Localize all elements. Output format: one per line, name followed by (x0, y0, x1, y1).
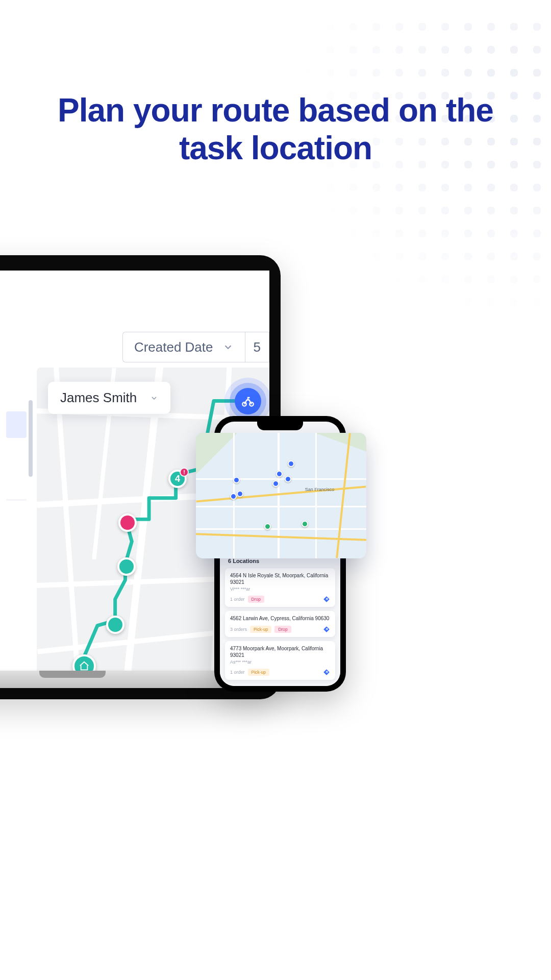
phone-notch (257, 421, 303, 430)
location-card[interactable]: 4564 N Isle Royale St, Moorpark, Califor… (225, 568, 335, 607)
date-filter-select[interactable]: Created Date (122, 332, 245, 362)
location-masked-name: As*** ***ar (230, 659, 330, 665)
courier-marker[interactable] (235, 388, 261, 414)
location-masked-name: Vi*** ***ar (230, 586, 330, 592)
sidebar-selected-row[interactable] (6, 411, 27, 438)
route-point-alert[interactable] (118, 513, 137, 532)
floating-map-card[interactable]: San Francisco (196, 433, 366, 558)
date-filter-count[interactable]: 5 (245, 332, 269, 362)
map-city-label: San Francisco (305, 487, 335, 492)
location-orders: 3 orders (230, 627, 247, 632)
home-icon (79, 660, 90, 672)
location-card[interactable]: 4773 Moorpark Ave, Moorpark, California … (225, 641, 335, 680)
date-filter-label: Created Date (134, 339, 213, 355)
location-address: 4562 Larwin Ave, Cypress, California 906… (230, 615, 330, 622)
location-address: 4773 Moorpark Ave, Moorpark, California … (230, 645, 330, 658)
decorative-dots (296, 15, 551, 322)
route-point[interactable] (117, 557, 136, 576)
locations-list[interactable]: 6 Locations 4564 N Isle Royale St, Moorp… (220, 552, 340, 686)
page-headline: Plan your route based on the task locati… (28, 92, 523, 167)
location-orders: 1 order (230, 597, 245, 602)
sidebar-scrollbar[interactable] (29, 400, 33, 477)
chevron-down-icon (150, 394, 158, 402)
route-point[interactable] (106, 616, 124, 634)
directions-icon[interactable] (323, 626, 330, 633)
alert-badge-icon: ! (180, 468, 189, 477)
map-pin[interactable] (230, 493, 237, 500)
driver-select[interactable]: James Smith (48, 382, 170, 414)
map-pin[interactable] (276, 471, 283, 477)
location-orders: 1 order (230, 670, 245, 675)
location-address: 4564 N Isle Royale St, Moorpark, Califor… (230, 572, 330, 585)
tag-pickup: Pick-up (248, 669, 269, 676)
route-point-numbered[interactable]: 4 ! (168, 470, 187, 488)
driver-name: James Smith (60, 390, 137, 406)
tag-pickup: Pick-up (250, 626, 271, 633)
chevron-down-icon (222, 341, 234, 353)
location-card[interactable]: 4562 Larwin Ave, Cypress, California 906… (225, 611, 335, 637)
bicycle-icon (241, 394, 255, 408)
sidebar-divider (6, 500, 27, 500)
sidebar-stub (6, 368, 33, 653)
tag-drop: Drop (274, 626, 291, 633)
date-filter[interactable]: Created Date 5 (122, 332, 269, 362)
tag-drop: Drop (248, 596, 264, 603)
directions-icon[interactable] (323, 669, 330, 676)
map-pin-park (264, 523, 271, 530)
directions-icon[interactable] (323, 596, 330, 603)
map-pin[interactable] (285, 476, 291, 482)
